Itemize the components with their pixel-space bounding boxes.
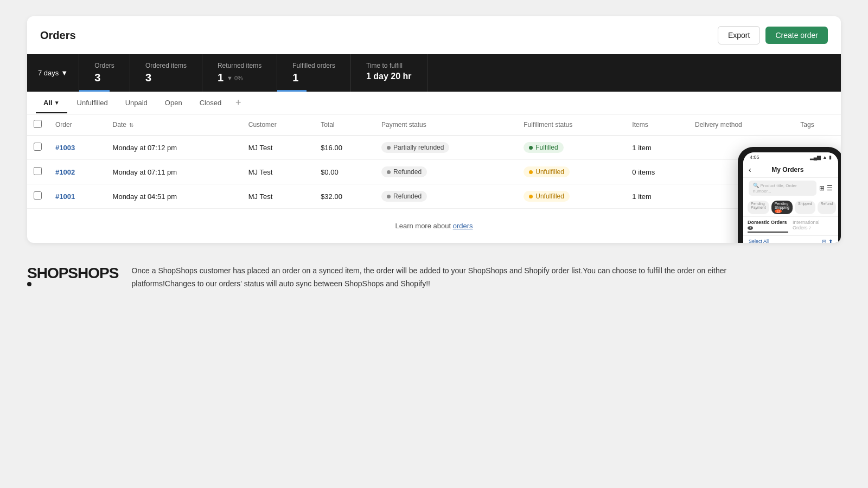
- select-all-checkbox[interactable]: [34, 120, 42, 128]
- stats-orders: Orders 3: [79, 54, 130, 92]
- table-row: #1003 Monday at 07:12 pm MJ Test $16.00 …: [27, 136, 841, 160]
- payment-status-badge: Refunded: [381, 191, 427, 202]
- bottom-section: SHOPSHOPS Once a ShopShops customer has …: [27, 243, 841, 296]
- search-icon: 🔍: [753, 183, 759, 188]
- orders-link[interactable]: orders: [453, 222, 473, 230]
- tab-all[interactable]: All ▼: [36, 93, 67, 113]
- orders-table: Order Date ⇅ Customer Total Payment stat…: [27, 114, 841, 209]
- status-dot: [529, 146, 533, 150]
- signal-icon: ▂▄▆: [810, 155, 821, 160]
- header-actions: Export Create order: [718, 26, 828, 44]
- phone-nav-title: My Orders: [755, 166, 821, 174]
- stats-fulfilled-orders: Fulfilled orders 1: [277, 54, 351, 92]
- order-total: $32.00: [314, 184, 375, 209]
- order-date: Monday at 04:51 pm: [106, 184, 242, 209]
- order-customer: MJ Test: [242, 184, 314, 209]
- phone-tab-pending-shipping[interactable]: Pending Shipping 12: [771, 201, 793, 214]
- payment-status-badge: Partially refunded: [381, 142, 449, 153]
- order-date: Monday at 07:11 pm: [106, 160, 242, 184]
- table-row: #1002 Monday at 07:11 pm MJ Test $0.00 R…: [27, 160, 841, 184]
- row-checkbox[interactable]: [34, 167, 42, 175]
- row-checkbox[interactable]: [34, 191, 42, 200]
- col-payment-status: Payment status: [375, 114, 517, 136]
- phone-mockup: 4:05 ▂▄▆ ▲ ▮ ‹ My Orders: [738, 147, 841, 243]
- phone-search-bar: 🔍 Product title, Order number... ⊞ ☰: [743, 178, 838, 198]
- chevron-down-icon: ▼: [54, 100, 60, 106]
- order-items: 1 item: [626, 184, 688, 209]
- phone-tab-pending-payment[interactable]: Pending Payment: [748, 201, 769, 214]
- phone-tab-refund[interactable]: Refund: [818, 201, 837, 214]
- order-id-link[interactable]: #1002: [55, 168, 75, 176]
- col-tags: Tags: [794, 114, 841, 136]
- brand-dot: [27, 282, 31, 286]
- select-all-label[interactable]: Select All: [749, 239, 769, 243]
- list-icon[interactable]: ☰: [827, 184, 833, 192]
- order-customer: MJ Test: [242, 160, 314, 184]
- create-order-button[interactable]: Create order: [765, 27, 828, 44]
- phone-time: 4:05: [750, 155, 760, 160]
- col-customer: Customer: [242, 114, 314, 136]
- fulfillment-status-badge: Fulfilled: [524, 142, 563, 153]
- fulfillment-status-badge: Unfulfilled: [524, 191, 570, 202]
- stats-returned-items: Returned items 1 ▼ 0%: [202, 54, 277, 92]
- wifi-icon: ▲: [822, 155, 827, 160]
- sort-icon: ⇅: [129, 122, 133, 128]
- col-date[interactable]: Date ⇅: [106, 114, 242, 136]
- order-total: $16.00: [314, 136, 375, 160]
- back-icon[interactable]: ‹: [749, 165, 751, 174]
- battery-icon: ▮: [829, 155, 832, 160]
- stats-period[interactable]: 7 days ▼: [27, 54, 79, 92]
- page-title: Orders: [40, 29, 76, 42]
- learn-more: Learn more about orders: [27, 209, 841, 243]
- status-dot: [387, 170, 391, 174]
- export-button[interactable]: Export: [718, 26, 760, 44]
- col-total: Total: [314, 114, 375, 136]
- order-customer: MJ Test: [242, 136, 314, 160]
- phone-nav-bar: ‹ My Orders: [743, 162, 838, 178]
- filter-icon[interactable]: ⊟: [822, 239, 826, 243]
- stats-ordered-items: Ordered items 3: [130, 54, 202, 92]
- phone-international-tab[interactable]: International Orders 7: [793, 220, 834, 233]
- phone-search-input[interactable]: 🔍 Product title, Order number...: [749, 181, 816, 196]
- payment-status-badge: Refunded: [381, 166, 427, 177]
- phone-tab-shipped[interactable]: Shipped: [795, 201, 815, 214]
- brand-logo: SHOPSHOPS: [27, 265, 118, 282]
- tab-unpaid[interactable]: Unpaid: [118, 93, 155, 113]
- stats-time-to-fulfill: Time to fulfill 1 day 20 hr: [351, 54, 427, 92]
- grid-icon[interactable]: ⊞: [819, 184, 825, 192]
- tab-add-button[interactable]: +: [231, 92, 246, 114]
- phone-screen: 4:05 ▂▄▆ ▲ ▮ ‹ My Orders: [743, 152, 838, 243]
- tabs-row: All ▼ Unfulfilled Unpaid Open Closed +: [27, 92, 841, 114]
- status-dot: [387, 195, 391, 198]
- order-items: 1 item: [626, 136, 688, 160]
- tab-open[interactable]: Open: [157, 93, 190, 113]
- col-fulfillment-status: Fulfillment status: [517, 114, 626, 136]
- phone-domestic-tab[interactable]: Domestic Orders 7: [748, 220, 788, 233]
- tab-unfulfilled[interactable]: Unfulfilled: [69, 93, 116, 113]
- phone-status-tabs: Pending Payment Pending Shipping 12 Ship…: [743, 198, 838, 217]
- col-items: Items: [626, 114, 688, 136]
- orders-panel: Orders Export Create order 7 days ▼ Orde…: [27, 16, 841, 243]
- chevron-down-icon: ▼: [61, 69, 68, 77]
- row-checkbox[interactable]: [34, 143, 42, 151]
- status-dot: [529, 170, 533, 174]
- brand-description: Once a ShopShops customer has placed an …: [131, 265, 728, 291]
- share-icon[interactable]: ⬆: [828, 239, 833, 243]
- tab-closed[interactable]: Closed: [192, 93, 229, 113]
- status-dot: [529, 195, 533, 198]
- panel-header: Orders Export Create order: [27, 16, 841, 54]
- fulfillment-status-badge: Unfulfilled: [524, 166, 570, 177]
- phone-select-all: Select All ⊟ ⬆: [743, 236, 838, 243]
- table-row: #1001 Monday at 04:51 pm MJ Test $32.00 …: [27, 184, 841, 209]
- order-id-link[interactable]: #1003: [55, 144, 75, 152]
- col-order: Order: [49, 114, 106, 136]
- phone-status-bar: 4:05 ▂▄▆ ▲ ▮: [743, 152, 838, 162]
- order-id-link[interactable]: #1001: [55, 192, 75, 201]
- status-dot: [387, 146, 391, 150]
- order-date: Monday at 07:12 pm: [106, 136, 242, 160]
- phone-frame: 4:05 ▂▄▆ ▲ ▮ ‹ My Orders: [738, 147, 841, 243]
- order-total: $0.00: [314, 160, 375, 184]
- arrow-down-icon: ▼: [227, 75, 233, 81]
- phone-orders-tabs: Domestic Orders 7 International Orders 7: [743, 217, 838, 236]
- order-items: 0 items: [626, 160, 688, 184]
